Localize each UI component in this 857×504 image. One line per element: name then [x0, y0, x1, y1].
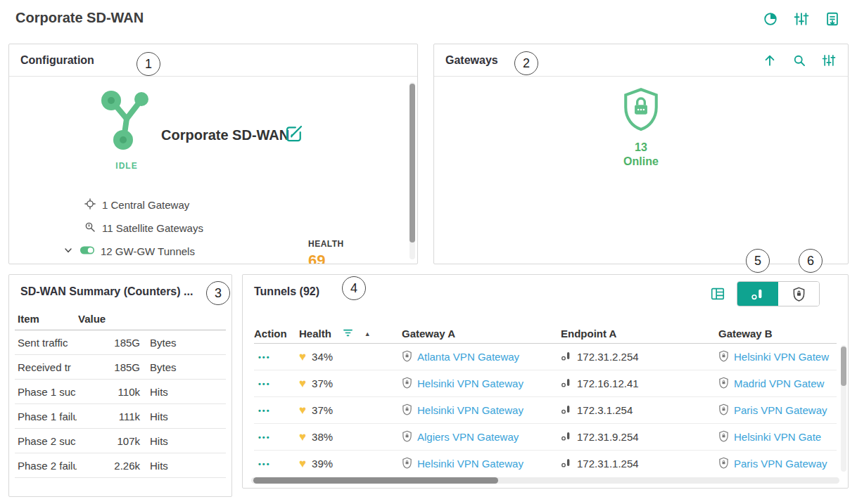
gateway-a-link[interactable]: Helsinki VPN Gateway — [417, 458, 523, 470]
interface-icon — [561, 350, 572, 363]
gateway-shield-icon — [718, 350, 729, 364]
summary-col-item: Item — [15, 313, 77, 325]
health-label: HEALTH — [308, 239, 344, 249]
health-value: 38% — [312, 431, 333, 443]
configuration-panel-header: Configuration — [9, 44, 417, 77]
gateway-a-link[interactable]: Helsinki VPN Gateway — [417, 404, 523, 416]
row-actions-button[interactable]: ••• — [254, 406, 299, 415]
summary-row: Phase 1 suc 110k Hits — [15, 380, 226, 404]
summary-row: Phase 2 failu 2.26k Hits — [15, 453, 226, 478]
summary-row: Received tr 185G Bytes — [15, 355, 226, 380]
edit-icon[interactable] — [284, 123, 305, 144]
config-scrollbar-track[interactable] — [410, 82, 415, 259]
summary-item: Phase 1 suc — [15, 386, 77, 398]
tunnels-title: Tunnels (92) — [254, 285, 319, 298]
topology-block: IDLE — [82, 88, 171, 171]
gateway-shield-icon — [402, 403, 412, 418]
gateway-view-button[interactable] — [778, 282, 819, 306]
health-value: 34% — [312, 351, 333, 363]
summary-unit: Hits — [141, 411, 226, 422]
row-actions-button[interactable]: ••• — [254, 380, 299, 388]
health-value: 69 — [308, 252, 344, 264]
gateways-title: Gateways — [445, 54, 498, 67]
view-toggle — [737, 281, 820, 306]
summary-title: SD-WAN Summary (Counters) ... — [20, 285, 193, 298]
health-heart-icon: ♥ — [299, 431, 306, 443]
health-value: 37% — [312, 404, 333, 416]
summary-unit: Bytes — [141, 361, 226, 373]
gateway-b-link[interactable]: Paris VPN Gateway — [734, 458, 827, 470]
arrow-up-icon[interactable] — [762, 53, 777, 68]
callout-3: 3 — [206, 281, 230, 305]
health-value: 37% — [312, 377, 333, 389]
callout-6: 6 — [799, 249, 823, 273]
toggle-on-icon — [80, 245, 95, 257]
gateway-shield-lock-icon — [621, 86, 661, 134]
tunnels-controls — [710, 281, 820, 306]
summary-value: 111k — [77, 411, 141, 422]
filter-icon[interactable] — [342, 327, 354, 341]
table-row[interactable]: ••• ♥34% Atlanta VPN Gateway 172.31.2.25… — [254, 344, 837, 370]
adjustments-icon[interactable] — [794, 11, 809, 27]
gateway-a-link[interactable]: Atlanta VPN Gateway — [417, 351, 519, 363]
tunnels-table-header: Action Health ▲ Gateway A Endpoint A Gat… — [254, 324, 837, 344]
table-row[interactable]: ••• ♥37% Helsinki VPN Gateway 172.16.12.… — [254, 370, 837, 397]
endpoint-a-value: 172.31.1.254 — [577, 458, 639, 470]
gateway-shield-icon — [718, 403, 729, 418]
summary-unit: Bytes — [141, 337, 226, 349]
summary-value: 2.26k — [77, 460, 141, 472]
gateway-b-link[interactable]: Paris VPN Gateway — [734, 404, 827, 416]
interface-icon — [561, 403, 572, 417]
adjustments-icon[interactable] — [821, 53, 837, 68]
summary-value: 185G — [77, 337, 141, 349]
gateway-b-link[interactable]: Madrid VPN Gatew — [734, 377, 824, 389]
list-item-satellite-gateways[interactable]: 11 Satellite Gateways — [63, 217, 203, 240]
tunnels-vscrollbar-track[interactable] — [841, 345, 846, 472]
gateway-shield-icon — [718, 457, 729, 471]
table-row[interactable]: ••• ♥37% Helsinki VPN Gateway 172.3.1.25… — [254, 397, 837, 424]
network-name: Corporate SD-WAN — [161, 127, 289, 143]
export-report-icon[interactable] — [825, 11, 840, 27]
tunnel-view-button[interactable] — [737, 282, 778, 306]
central-gateway-icon — [84, 198, 96, 212]
tunnels-rows: ••• ♥34% Atlanta VPN Gateway 172.31.2.25… — [254, 344, 837, 476]
health-value: 39% — [312, 458, 333, 470]
list-item-label: 1 Central Gateway — [102, 199, 189, 211]
sort-ascending-icon[interactable]: ▲ — [364, 330, 371, 337]
tunnels-hscrollbar-thumb[interactable] — [253, 477, 498, 484]
table-row[interactable]: ••• ♥38% Algiers VPN Gateway 172.31.9.25… — [254, 424, 837, 451]
gateway-shield-icon — [402, 430, 412, 444]
row-actions-button[interactable]: ••• — [254, 433, 299, 441]
list-item-label: 11 Satellite Gateways — [102, 222, 203, 234]
tunnels-hscrollbar-track[interactable] — [251, 477, 839, 484]
row-actions-button[interactable]: ••• — [254, 460, 299, 468]
tunnels-table: Action Health ▲ Gateway A Endpoint A Gat… — [254, 324, 837, 476]
chevron-down-icon[interactable] — [63, 245, 74, 258]
configuration-list: 1 Central Gateway 11 Satellite Gateways — [63, 193, 203, 264]
table-columns-icon[interactable] — [710, 286, 725, 302]
tunnels-vscrollbar-thumb[interactable] — [841, 347, 846, 386]
page-title: Corporate SD-WAN — [15, 10, 144, 26]
topology-icon — [94, 143, 159, 155]
gateway-a-link[interactable]: Helsinki VPN Gateway — [417, 377, 523, 389]
list-item-central-gateway[interactable]: 1 Central Gateway — [63, 193, 203, 217]
gateway-shield-icon — [402, 350, 412, 364]
summary-unit: Hits — [141, 386, 226, 398]
config-scrollbar-thumb[interactable] — [410, 84, 415, 243]
summary-table: Item Value Sent traffic 185G Bytes Recei… — [15, 307, 226, 478]
health-heart-icon: ♥ — [299, 377, 306, 389]
gateway-b-link[interactable]: Helsinki VPN Gatew — [734, 351, 829, 363]
endpoint-a-value: 172.31.2.254 — [577, 351, 639, 363]
endpoint-a-value: 172.3.1.254 — [577, 404, 633, 416]
table-row[interactable]: ••• ♥39% Helsinki VPN Gateway 172.31.1.2… — [254, 451, 837, 476]
gateway-b-link[interactable]: Helsinki VPN Gate — [734, 431, 821, 443]
summary-value: 110k — [77, 386, 141, 398]
row-actions-button[interactable]: ••• — [254, 353, 299, 361]
gateway-a-link[interactable]: Algiers VPN Gateway — [417, 431, 519, 443]
tunnels-panel: Tunnels (92) — [242, 274, 849, 489]
endpoint-a-value: 172.16.12.41 — [577, 377, 639, 389]
col-health: Health — [299, 328, 331, 340]
pie-chart-icon[interactable] — [763, 11, 778, 27]
search-icon[interactable] — [792, 53, 807, 68]
list-item-gw-gw-tunnels[interactable]: 12 GW-GW Tunnels — [63, 240, 203, 263]
